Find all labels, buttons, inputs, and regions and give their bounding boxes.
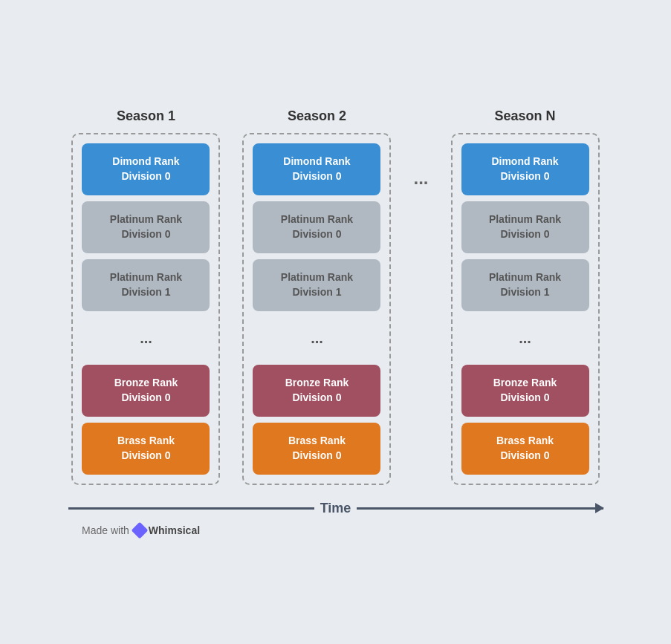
sn-dots: ... <box>461 317 589 359</box>
s1-bronze-card: Bronze RankDivision 0 <box>82 365 210 417</box>
main-container: Season 1 Dimond RankDivision 0 Platinum … <box>15 108 656 536</box>
time-label: Time <box>314 501 357 516</box>
season-n-column: Season N Dimond RankDivision 0 Platinum … <box>451 108 600 485</box>
footer: Made with Whimsical <box>82 524 200 536</box>
season-2-column: Season 2 Dimond RankDivision 0 Platinum … <box>242 108 391 485</box>
between-seasons-ellipsis-col: ... <box>413 108 428 189</box>
time-arrow-line: Time <box>68 507 603 510</box>
season-2-box: Dimond RankDivision 0 Platinum RankDivis… <box>242 133 391 485</box>
season-1-title: Season 1 <box>117 108 175 124</box>
season-n-box: Dimond RankDivision 0 Platinum RankDivis… <box>451 133 600 485</box>
sn-platinum0-card: Platinum RankDivision 0 <box>461 201 589 253</box>
s2-diamond-card: Dimond RankDivision 0 <box>253 143 380 195</box>
s2-dots: ... <box>253 317 380 359</box>
whimsical-brand-name: Whimsical <box>149 524 200 536</box>
s1-platinum0-card: Platinum RankDivision 0 <box>82 201 210 253</box>
s2-brass-card: Brass RankDivision 0 <box>253 423 380 475</box>
time-arrow-container: Time <box>68 507 603 510</box>
whimsical-logo: Whimsical <box>134 524 200 536</box>
s1-platinum1-card: Platinum RankDivision 1 <box>82 259 210 311</box>
s2-platinum1-card: Platinum RankDivision 1 <box>253 259 380 311</box>
sn-platinum1-card: Platinum RankDivision 1 <box>461 259 589 311</box>
s1-diamond-card: Dimond RankDivision 0 <box>82 143 210 195</box>
season-n-title: Season N <box>494 108 555 124</box>
s2-platinum0-card: Platinum RankDivision 0 <box>253 201 380 253</box>
made-with-text: Made with <box>82 524 129 536</box>
s1-brass-card: Brass RankDivision 0 <box>82 423 210 475</box>
sn-bronze-card: Bronze RankDivision 0 <box>461 365 589 417</box>
s2-bronze-card: Bronze RankDivision 0 <box>253 365 380 417</box>
whimsical-icon <box>131 521 148 539</box>
sn-diamond-card: Dimond RankDivision 0 <box>461 143 589 195</box>
season-2-title: Season 2 <box>288 108 346 124</box>
season-1-column: Season 1 Dimond RankDivision 0 Platinum … <box>71 108 220 485</box>
sn-brass-card: Brass RankDivision 0 <box>461 423 589 475</box>
between-ellipsis: ... <box>413 168 428 189</box>
s1-dots: ... <box>82 317 210 359</box>
season-1-box: Dimond RankDivision 0 Platinum RankDivis… <box>71 133 220 485</box>
seasons-row: Season 1 Dimond RankDivision 0 Platinum … <box>71 108 599 485</box>
